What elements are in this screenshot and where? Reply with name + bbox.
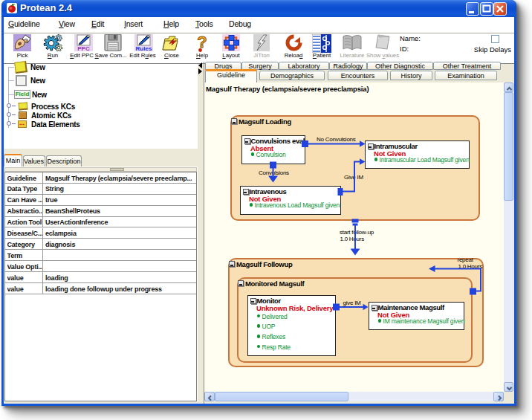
svg-text:?: ?: [197, 34, 207, 51]
svg-text:PPC: PPC: [77, 45, 90, 51]
svg-text:Rules: Rules: [135, 45, 152, 51]
